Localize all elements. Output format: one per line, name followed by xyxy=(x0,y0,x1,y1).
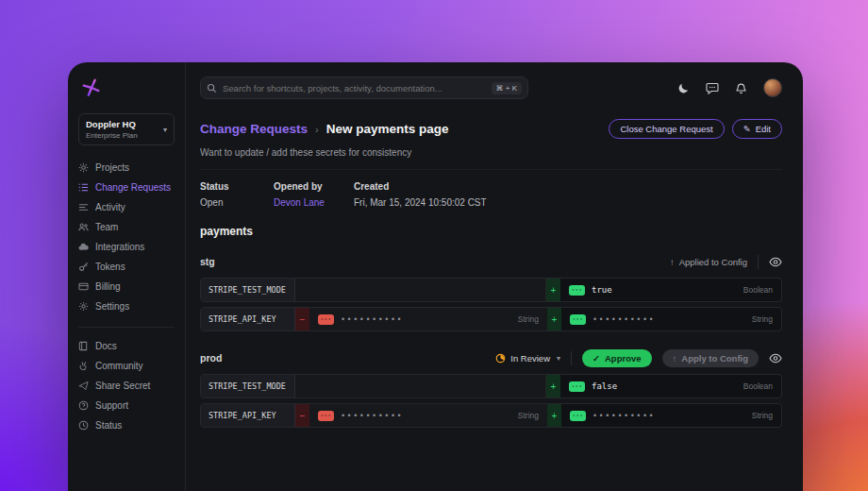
secondary-nav: Docs Community Share Secret Support Stat… xyxy=(78,341,175,431)
secret-key[interactable]: STRIPE_TEST_MODE xyxy=(201,279,295,301)
review-status-dropdown[interactable]: In Review ▾ xyxy=(495,353,560,364)
sidebar-item-status[interactable]: Status xyxy=(78,420,175,431)
chevron-down-icon: ▾ xyxy=(163,126,167,134)
sidebar-item-community[interactable]: Community xyxy=(78,361,175,371)
sidebar-item-integrations[interactable]: Integrations xyxy=(78,242,175,252)
diff-added-column: + xyxy=(546,375,560,398)
masked-badge-icon: ••• xyxy=(570,314,586,325)
workspace-name: Doppler HQ xyxy=(86,119,138,129)
sidebar-item-tokens[interactable]: Tokens xyxy=(78,262,175,272)
plus-icon: + xyxy=(551,381,557,392)
approve-button[interactable]: ✓ Approve xyxy=(582,349,652,367)
secret-key[interactable]: STRIPE_API_KEY xyxy=(201,308,295,330)
status-value: Open xyxy=(200,197,274,208)
value-type-label: String xyxy=(518,314,539,324)
value-type-label: Boolean xyxy=(743,381,773,391)
sidebar-item-billing[interactable]: Billing xyxy=(78,281,175,292)
chat-icon[interactable] xyxy=(706,82,719,94)
created-label: Created xyxy=(354,181,487,192)
sidebar-item-label: Change Requests xyxy=(95,182,171,193)
sidebar-item-label: Support xyxy=(95,400,128,411)
old-value-cell[interactable]: ••• •••••••••• String xyxy=(309,404,547,427)
project-name: payments xyxy=(200,225,782,238)
new-value-cell[interactable]: ••• false Boolean xyxy=(560,375,781,398)
secret-row: STRIPE_TEST_MODE + ••• true Boolean xyxy=(200,278,782,302)
user-avatar[interactable] xyxy=(763,78,782,97)
breadcrumb-separator: › xyxy=(315,124,319,135)
sidebar-item-label: Community xyxy=(95,361,143,371)
app-window: Doppler HQ Enterprise Plan ▾ Projects Ch… xyxy=(68,62,803,491)
page-header: Change Requests › New payments page Clos… xyxy=(200,119,782,139)
applied-to-config-status: ↑ Applied to Config xyxy=(670,257,747,267)
search-input[interactable] xyxy=(223,83,486,93)
sidebar-item-share-secret[interactable]: Share Secret xyxy=(78,381,175,391)
sidebar-item-label: Docs xyxy=(95,341,117,351)
sidebar-item-label: Billing xyxy=(95,281,121,292)
apply-to-config-button[interactable]: ↑ Apply to Config xyxy=(662,349,759,367)
masked-secret-value: •••••••••• xyxy=(341,314,403,324)
sidebar-item-label: Team xyxy=(95,222,118,232)
masked-secret-value: •••••••••• xyxy=(593,411,655,420)
new-value-cell[interactable]: ••• true Boolean xyxy=(560,279,781,301)
value-type-label: String xyxy=(518,411,539,420)
vertical-divider xyxy=(758,255,759,269)
main-content: ⌘ + K Change Requests › New payments pag… xyxy=(186,62,803,491)
sidebar-item-label: Integrations xyxy=(95,242,144,252)
opened-by-value[interactable]: Devon Lane xyxy=(274,197,354,208)
old-value-empty-cell xyxy=(295,279,546,301)
new-value-cell[interactable]: ••• •••••••••• String xyxy=(561,404,781,427)
breadcrumb[interactable]: Change Requests xyxy=(200,122,308,136)
arrow-up-icon: ↑ xyxy=(673,353,677,364)
sidebar-item-activity[interactable]: Activity xyxy=(78,202,175,212)
minus-icon: − xyxy=(300,411,306,421)
status-icon xyxy=(78,420,89,431)
sidebar-item-settings[interactable]: Settings xyxy=(78,301,175,312)
page-title: New payments page xyxy=(326,122,449,136)
workspace-selector[interactable]: Doppler HQ Enterprise Plan ▾ xyxy=(78,113,175,145)
value-type-label: String xyxy=(752,411,773,420)
plus-icon: + xyxy=(551,285,557,296)
primary-nav: Projects Change Requests Activity Team I… xyxy=(78,162,175,312)
secret-key[interactable]: STRIPE_TEST_MODE xyxy=(201,375,295,398)
sidebar-item-support[interactable]: Support xyxy=(78,400,175,411)
bell-icon[interactable] xyxy=(735,81,747,94)
secret-key[interactable]: STRIPE_API_KEY xyxy=(201,404,295,427)
vertical-divider xyxy=(571,351,572,365)
sidebar-item-team[interactable]: Team xyxy=(78,222,175,232)
search-bar[interactable]: ⌘ + K xyxy=(200,76,528,99)
close-change-request-button[interactable]: Close Change Request xyxy=(609,119,724,139)
reveal-secrets-button[interactable] xyxy=(769,353,782,364)
topbar-icons xyxy=(677,78,782,97)
sidebar-item-docs[interactable]: Docs xyxy=(78,341,175,351)
old-value-cell[interactable]: ••• •••••••••• String xyxy=(309,308,547,330)
diff-added-column: + xyxy=(547,404,561,427)
plus-icon: + xyxy=(552,314,558,325)
keyboard-shortcut-badge: ⌘ + K xyxy=(492,82,522,94)
tokens-icon xyxy=(78,262,89,272)
section-divider xyxy=(200,169,782,170)
masked-badge-icon: ••• xyxy=(318,314,334,325)
sidebar-item-change-requests[interactable]: Change Requests xyxy=(78,182,175,193)
secret-value: true xyxy=(592,285,612,295)
sidebar-item-projects[interactable]: Projects xyxy=(78,162,175,173)
settings-icon xyxy=(78,301,89,312)
secret-row: STRIPE_API_KEY − ••• •••••••••• String +… xyxy=(200,307,782,331)
search-icon xyxy=(207,83,217,93)
in-review-icon xyxy=(495,353,506,364)
topbar: ⌘ + K xyxy=(200,66,782,110)
dark-mode-icon[interactable] xyxy=(677,82,690,94)
diff-removed-column: − xyxy=(295,404,309,427)
change-requests-icon xyxy=(78,182,89,193)
docs-icon xyxy=(78,341,89,351)
team-icon xyxy=(78,222,89,232)
diff-added-column: + xyxy=(546,279,560,301)
new-value-cell[interactable]: ••• •••••••••• String xyxy=(561,308,781,330)
plus-icon: + xyxy=(552,411,558,421)
sidebar-divider xyxy=(78,327,175,328)
opened-by-label: Opened by xyxy=(274,181,354,192)
support-icon xyxy=(78,400,89,411)
reveal-secrets-button[interactable] xyxy=(769,257,782,267)
integrations-icon xyxy=(78,242,89,252)
edit-button[interactable]: ✎ Edit xyxy=(732,119,782,139)
desktop-background: Doppler HQ Enterprise Plan ▾ Projects Ch… xyxy=(0,0,868,491)
